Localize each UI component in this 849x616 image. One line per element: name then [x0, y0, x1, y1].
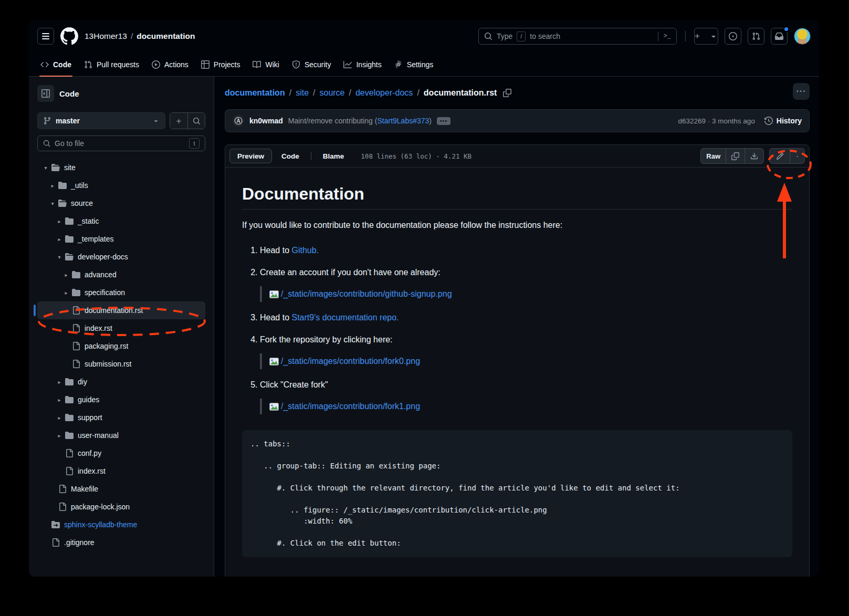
- history-button[interactable]: History: [764, 117, 802, 125]
- tree-item-advanced[interactable]: ▸advanced: [37, 266, 205, 284]
- tab-code[interactable]: Code: [35, 53, 77, 76]
- copy-path-icon[interactable]: [503, 89, 511, 97]
- broken-image-icon: [269, 403, 279, 411]
- chevron-right-icon: ▸: [55, 397, 64, 403]
- chevron-right-icon: ▸: [62, 290, 70, 296]
- table-icon: [201, 60, 209, 69]
- current-branch: master: [56, 117, 80, 125]
- tree-item-makefile[interactable]: Makefile: [37, 480, 205, 498]
- commit-pr-link[interactable]: Start9Labs#373: [377, 117, 429, 125]
- folder-icon: [65, 395, 74, 404]
- tree-item-developer-docs[interactable]: ▾developer-docs: [37, 248, 205, 266]
- tab-preview[interactable]: Preview: [229, 149, 272, 163]
- tab-code-view[interactable]: Code: [274, 149, 307, 163]
- notifications-button[interactable]: [771, 28, 788, 45]
- tab-settings[interactable]: Settings: [389, 53, 439, 76]
- tree-item-package-lock-json[interactable]: package-lock.json: [37, 498, 205, 516]
- search-input[interactable]: Type / to search >_: [478, 28, 677, 45]
- submodule-icon: [51, 520, 60, 529]
- tab-blame[interactable]: Blame: [316, 149, 352, 163]
- github-link[interactable]: Github.: [291, 246, 319, 255]
- image-link[interactable]: /_static/images/contribution/fork0.png: [281, 355, 420, 368]
- tree-item-submission-rst[interactable]: submission.rst: [37, 355, 205, 373]
- edit-file-button[interactable]: [770, 149, 790, 163]
- tab-insights[interactable]: Insights: [338, 53, 386, 76]
- avatar[interactable]: [794, 28, 811, 45]
- chevron-right-icon: ▸: [55, 236, 64, 242]
- tree-item-label: site: [64, 163, 76, 172]
- tree-item-packaging-rst[interactable]: packaging.rst: [37, 337, 205, 355]
- tree-item-diy[interactable]: ▸diy: [37, 373, 205, 391]
- commit-sha-age[interactable]: d632269 · 3 months ago: [678, 117, 754, 125]
- issue-opened-icon: [729, 32, 737, 40]
- tree-item-documentation-rst[interactable]: documentation.rst: [37, 301, 205, 319]
- breadcrumb-repo-link[interactable]: documentation: [225, 88, 285, 98]
- command-palette-icon[interactable]: >_: [658, 32, 671, 41]
- branch-selector[interactable]: master: [37, 112, 165, 129]
- tree-item--utils[interactable]: ▸_utils: [37, 176, 205, 194]
- tree-item-support[interactable]: ▸support: [37, 409, 205, 426]
- commit-author[interactable]: kn0wmad: [249, 117, 283, 125]
- tree-item-index-rst[interactable]: index.rst: [37, 462, 205, 480]
- download-raw-button[interactable]: [745, 149, 763, 163]
- new-file-button[interactable]: +: [170, 113, 187, 129]
- tree-item-specification[interactable]: ▸specification: [37, 284, 205, 301]
- tab-label: Code: [53, 60, 71, 69]
- tree-item-site[interactable]: ▾site: [37, 159, 205, 176]
- commit-message-expand-button[interactable]: •••: [437, 117, 450, 125]
- tab-wiki[interactable]: Wiki: [247, 53, 284, 76]
- tree-item--templates[interactable]: ▸_templates: [37, 230, 205, 248]
- file-icon: [58, 503, 67, 511]
- hamburger-menu-button[interactable]: [37, 28, 54, 45]
- file-icon: [72, 306, 80, 315]
- chevron-right-icon: ▸: [55, 218, 64, 224]
- github-logo-icon[interactable]: [60, 27, 78, 45]
- list-item: Head to Start9's documentation repo.: [260, 311, 792, 324]
- image-blockquote: /_static/images/contribution/github-sign…: [260, 286, 792, 302]
- search-icon: [193, 117, 201, 125]
- tree-item-guides[interactable]: ▸guides: [37, 391, 205, 409]
- folder-icon: [65, 431, 74, 440]
- collapse-sidebar-button[interactable]: [37, 85, 54, 102]
- raw-button[interactable]: Raw: [701, 149, 726, 163]
- tree-item-label: developer-docs: [78, 253, 128, 261]
- chevron-down-icon: [152, 117, 160, 124]
- document-title: Documentation: [242, 184, 792, 210]
- repo-name-link[interactable]: documentation: [137, 32, 195, 41]
- chevron-down-icon: [709, 32, 718, 40]
- image-link[interactable]: /_static/images/contribution/github-sign…: [281, 288, 452, 300]
- tree-item-label: support: [78, 413, 102, 422]
- tab-actions[interactable]: Actions: [146, 53, 194, 76]
- tab-security[interactable]: Security: [287, 53, 337, 76]
- more-options-button[interactable]: ···: [793, 83, 810, 100]
- create-new-button[interactable]: +: [694, 28, 718, 45]
- issues-button[interactable]: [725, 28, 741, 45]
- tree-item--gitignore[interactable]: .gitignore: [37, 534, 205, 551]
- slash-key-badge: /: [517, 32, 526, 41]
- commit-author-avatar[interactable]: Ⓐ: [233, 115, 244, 127]
- start9-repo-link[interactable]: Start9's documentation repo.: [291, 313, 399, 322]
- repo-owner-link[interactable]: 13Homer13: [85, 32, 127, 41]
- folder-icon: [65, 235, 74, 243]
- go-to-file-input[interactable]: Go to file t: [37, 135, 205, 151]
- inbox-icon: [775, 32, 783, 40]
- search-tree-button[interactable]: [187, 113, 205, 129]
- tree-item-sphinx-scylladb-theme[interactable]: sphinx-scylladb-theme: [37, 516, 205, 534]
- tab-pull-requests[interactable]: Pull requests: [79, 53, 144, 76]
- breadcrumb-developer-docs-link[interactable]: developer-docs: [355, 88, 413, 98]
- copy-raw-button[interactable]: [726, 149, 745, 163]
- breadcrumb-site-link[interactable]: site: [296, 88, 309, 98]
- breadcrumb-source-link[interactable]: source: [319, 88, 344, 98]
- tree-item--static[interactable]: ▸_static: [37, 212, 205, 230]
- pull-requests-button[interactable]: [748, 28, 764, 45]
- tree-item-conf-py[interactable]: conf.py: [37, 444, 205, 462]
- file-icon: [72, 324, 80, 332]
- tab-projects[interactable]: Projects: [196, 53, 246, 76]
- tree-item-label: guides: [78, 395, 99, 404]
- tree-item-index-rst[interactable]: index.rst: [37, 319, 205, 337]
- image-link[interactable]: /_static/images/contribution/fork1.png: [281, 400, 420, 413]
- folder-icon: [58, 181, 67, 190]
- tree-item-user-manual[interactable]: ▸user-manual: [37, 426, 205, 444]
- edit-dropdown-button[interactable]: [790, 149, 804, 163]
- tree-item-source[interactable]: ▾source: [37, 194, 205, 212]
